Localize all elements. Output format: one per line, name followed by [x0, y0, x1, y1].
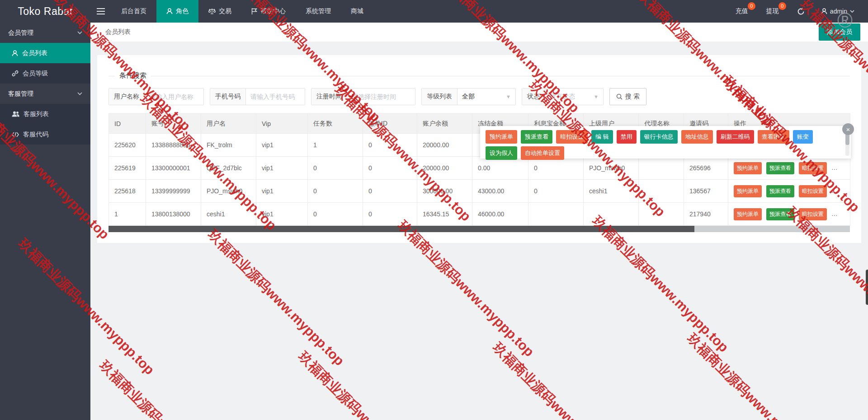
- code-icon: [12, 132, 19, 137]
- filter-row: 用户名称 手机号码 注册时间 等级列表 全部 ▼ 状态: [108, 88, 850, 105]
- popup-buttons: 预约派单 预派查看 暗扣设置 编 辑 禁用 银行卡信息 地址信息 刷新二维码 查…: [484, 129, 841, 161]
- close-icon[interactable]: ×: [842, 123, 854, 135]
- auto-grab-settings-button[interactable]: 自动抢单设置: [521, 146, 564, 160]
- reg-time-input[interactable]: [347, 89, 415, 105]
- recharge-button[interactable]: 充值 0: [726, 0, 757, 23]
- app-logo: Toko Rabat: [0, 0, 90, 23]
- chevron-down-icon: [850, 10, 854, 13]
- reserve-dispatch-button[interactable]: 预约派单: [734, 185, 762, 197]
- reserve-dispatch-button[interactable]: 预约派单: [734, 162, 762, 174]
- sidebar: 会员管理 会员列表 会员等级 客服管理 客服列表 客服代码: [0, 23, 90, 420]
- scrollbar-thumb[interactable]: [108, 226, 694, 232]
- phone-input[interactable]: [246, 89, 305, 105]
- disable-button[interactable]: 禁用: [617, 130, 637, 144]
- person-icon: [166, 8, 173, 14]
- user-menu[interactable]: admin: [814, 0, 862, 23]
- sidebar-item-service-list[interactable]: 客服列表: [0, 104, 90, 124]
- hidden-deduct-button[interactable]: 暗扣设置: [799, 185, 827, 197]
- add-member-button[interactable]: 添加会员: [819, 23, 860, 41]
- predispatch-view-button[interactable]: 预派查看: [766, 162, 794, 174]
- breadcrumb-bar: 会员列表 添加会员: [90, 23, 868, 42]
- predispatch-view-button[interactable]: 预派查看: [766, 208, 794, 220]
- predispatch-view-button[interactable]: 预派查看: [766, 185, 794, 197]
- filter-section-divider: 条件搜索: [108, 76, 850, 76]
- table-row: 225618 13399999999 PJO_mswh0 vip1 0 0 30…: [109, 180, 850, 203]
- recharge-badge: 0: [748, 2, 755, 10]
- row-actions-popup: × 预约派单 预派查看 暗扣设置 编 辑 禁用 银行卡信息 地址信息 刷新二维码…: [480, 126, 851, 159]
- flag-icon: [251, 8, 257, 14]
- link-icon: [12, 70, 19, 77]
- view-team-button[interactable]: 查看团队: [758, 130, 789, 144]
- main-content: 会员列表 添加会员 条件搜索 用户名称 手机号码 注册时间 等级列表 全部: [90, 23, 868, 420]
- bank-card-button[interactable]: 银行卡信息: [640, 130, 678, 144]
- filter-level: 等级列表 全部 ▼: [421, 88, 516, 105]
- balance-change-button[interactable]: 账变: [793, 130, 813, 144]
- refresh-icon[interactable]: [788, 0, 814, 23]
- navbar-right: 充值 0 提现 0 admin: [726, 0, 868, 23]
- breadcrumb: 会员列表: [105, 28, 131, 36]
- scales-icon: [208, 8, 216, 14]
- nav-item-role[interactable]: 角色: [156, 0, 198, 23]
- set-fake-user-button[interactable]: 设为假人: [486, 146, 517, 160]
- sidebar-item-member-level[interactable]: 会员等级: [0, 63, 90, 84]
- person-icon: [12, 50, 18, 56]
- chevron-down-icon: [77, 31, 82, 34]
- nav-item-trade[interactable]: 交易: [198, 0, 241, 23]
- level-select[interactable]: 全部 ▼: [458, 89, 515, 105]
- search-button[interactable]: 搜 索: [609, 88, 646, 105]
- address-info-button[interactable]: 地址信息: [681, 130, 713, 144]
- select-caret-icon: ▼: [506, 94, 511, 99]
- select-caret-icon: ▼: [594, 94, 599, 99]
- main-nav: 后台首页 角色 交易 帮助中心 系统管理 商城: [111, 0, 373, 23]
- hamburger-icon[interactable]: [90, 0, 111, 23]
- hidden-deduct-button[interactable]: 暗扣设置: [556, 130, 588, 144]
- nav-item-home[interactable]: 后台首页: [111, 0, 156, 23]
- filter-reg-time: 注册时间: [311, 88, 415, 105]
- more-actions[interactable]: …: [831, 164, 839, 171]
- more-actions[interactable]: …: [831, 187, 839, 194]
- sidebar-item-member-list[interactable]: 会员列表: [0, 43, 90, 63]
- horizontal-scrollbar[interactable]: [108, 226, 850, 232]
- row-actions: 预约派单 预派查看 暗扣设置 …: [728, 203, 850, 226]
- withdraw-badge: 0: [778, 2, 786, 10]
- table-row: 1 13800138000 ceshi1 vip1 0 0 16345.15 4…: [109, 203, 850, 226]
- user-avatar-icon: [821, 8, 827, 14]
- search-icon: [616, 93, 623, 100]
- predispatch-view-button[interactable]: 预派查看: [521, 130, 552, 144]
- nav-item-system[interactable]: 系统管理: [296, 0, 341, 23]
- sidebar-group-service[interactable]: 客服管理: [0, 84, 90, 104]
- filter-status: 状态 所有状态 ▼: [522, 88, 604, 105]
- refresh-qrcode-button[interactable]: 刷新二维码: [717, 130, 754, 144]
- username: admin: [830, 8, 847, 15]
- sidebar-item-service-code[interactable]: 客服代码: [0, 124, 90, 145]
- nav-item-mall[interactable]: 商城: [341, 0, 373, 23]
- filter-section-title: 条件搜索: [115, 71, 151, 80]
- reserve-dispatch-button[interactable]: 预约派单: [486, 130, 517, 144]
- sidebar-group-member[interactable]: 会员管理: [0, 23, 90, 43]
- chevron-down-icon: [77, 92, 82, 95]
- edit-button[interactable]: 编 辑: [591, 130, 613, 144]
- row-actions: 预约派单 预派查看 暗扣设置 …: [728, 180, 850, 203]
- withdraw-button[interactable]: 提现 0: [757, 0, 788, 23]
- users-icon: [12, 111, 19, 117]
- status-select[interactable]: 所有状态 ▼: [545, 89, 603, 105]
- username-input[interactable]: [145, 89, 203, 105]
- nav-item-help[interactable]: 帮助中心: [241, 0, 296, 23]
- top-navbar: Toko Rabat 后台首页 角色 交易 帮助中心 系统管理 商城 充值 0 …: [0, 0, 868, 23]
- reserve-dispatch-button[interactable]: 预约派单: [734, 208, 762, 220]
- hidden-deduct-button[interactable]: 暗扣设置: [799, 208, 827, 220]
- filter-username: 用户名称: [108, 88, 204, 105]
- network-speed-widget: ↑ 3.1 KB/s ↓ 10.9 KB/s: [866, 270, 868, 305]
- filter-phone: 手机号码: [210, 88, 305, 105]
- hidden-deduct-button[interactable]: 暗扣设置: [799, 162, 827, 174]
- more-actions[interactable]: …: [831, 210, 839, 217]
